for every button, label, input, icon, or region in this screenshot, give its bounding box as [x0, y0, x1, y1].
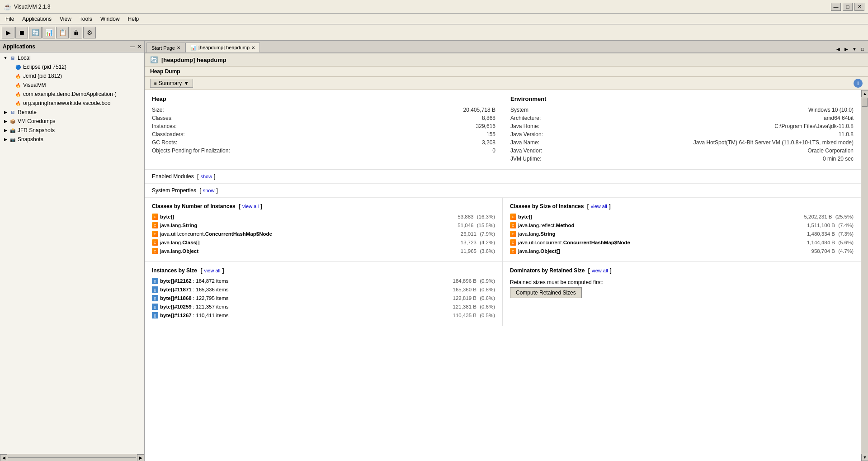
heap-env-section: Heap Size: 20,405,718 B Classes: 8,868 — [145, 90, 861, 170]
inst-row-12162[interactable]: [] byte[]#12162 : 184,872 items 184,896 … — [152, 277, 495, 285]
sidebar-item-remote[interactable]: ▶ 🖥 Remote — [1, 108, 143, 117]
classes-by-size-viewall[interactable]: view all — [591, 204, 607, 209]
size-row-chashmap[interactable]: C java.util.concurrent.ConcurrentHashMap… — [510, 239, 854, 246]
tab-dropdown-btn[interactable]: ▼ — [851, 45, 858, 52]
classes-section: Classes by Number of Instances [ view al… — [145, 198, 861, 261]
class-row-byte[interactable]: C byte[] 53,883 (16.3%) — [152, 213, 495, 220]
tab-heapdump[interactable]: 📊 [heapdump] heapdump ✕ — [185, 43, 260, 52]
class-row-chashmap[interactable]: C java.util.concurrent.ConcurrentHashMap… — [152, 230, 495, 238]
menu-file[interactable]: File — [2, 15, 18, 23]
menu-window[interactable]: Window — [97, 15, 123, 23]
size-icon-method: C — [510, 222, 516, 228]
inst-label-11871: byte[]#11871 : 165,336 items — [160, 287, 229, 292]
sidebar-item-jcmd[interactable]: 🔥 Jcmd (pid 1812) — [1, 71, 143, 81]
size-row-method[interactable]: C java.lang.reflect.Method 1,511,100 B (… — [510, 222, 854, 229]
toolbar-btn-2[interactable]: ⏹ — [15, 27, 28, 38]
scroll-up-btn[interactable]: ▲ — [861, 90, 868, 97]
tab-start-page-close[interactable]: ✕ — [177, 45, 180, 50]
minimize-button[interactable]: — — [831, 3, 841, 11]
size-label-byte: byte[] — [518, 214, 532, 219]
title-bar-left: ☕ VisualVM 2.1.3 — [4, 3, 51, 10]
heap-gcroots-row: GC Roots: 3,208 — [152, 139, 495, 146]
close-button[interactable]: ✕ — [854, 3, 864, 11]
class-row-string[interactable]: C java.lang.String 51,046 (15.5%) — [152, 222, 495, 229]
sidebar-item-spring[interactable]: 🔥 org.springframework.ide.vscode.boo — [1, 99, 143, 108]
dominators-title: Dominators by Retained Size — [510, 267, 585, 274]
scroll-down-btn[interactable]: ▼ — [861, 454, 868, 461]
sidebar-item-snapshots[interactable]: ▶ 📷 Snapshots — [1, 135, 143, 144]
sidebar-close-btn[interactable]: ✕ — [137, 43, 142, 50]
app-title: VisualVM 2.1.3 — [14, 4, 51, 10]
tab-next-btn[interactable]: ▶ — [843, 45, 850, 52]
size-row-objectarray[interactable]: C java.lang.Object[] 958,704 B (4.7%) — [510, 247, 854, 255]
env-javavendor-key: Java Vendor: — [510, 147, 542, 154]
inst-stats-11267: 110,435 B (0.5%) — [453, 313, 495, 318]
heap-classloaders-val: 155 — [486, 131, 495, 138]
enabled-modules-show[interactable]: show — [200, 174, 212, 179]
refresh-icon[interactable]: 🔄 — [150, 56, 158, 63]
inst-row-11868[interactable]: [] byte[]#11868 : 122,795 items 122,819 … — [152, 295, 495, 302]
toolbar-btn-4[interactable]: 📊 — [42, 27, 55, 38]
toolbar-btn-7[interactable]: ⚙ — [83, 27, 96, 38]
bracket-close-4: ] — [610, 267, 612, 274]
size-label-string: java.lang.String — [518, 231, 555, 237]
heap-classloaders-row: Classloaders: 155 — [152, 131, 495, 138]
menu-applications[interactable]: Applications — [19, 15, 55, 23]
sidebar-item-local[interactable]: ▼ 🖥 Local — [1, 53, 143, 62]
toolbar-btn-3[interactable]: 🔄 — [29, 27, 42, 38]
class-row-object[interactable]: C java.lang.Object 11,965 (3.6%) — [152, 247, 495, 255]
inst-row-10259[interactable]: [] byte[]#10259 : 121,357 items 121,381 … — [152, 303, 495, 310]
size-row-string[interactable]: C java.lang.String 1,480,334 B (7.3%) — [510, 230, 854, 238]
env-system-key: System — [510, 107, 528, 113]
instances-by-size-section: Instances by Size [ view all ] [] b — [145, 262, 503, 326]
class-row-classarray[interactable]: C java.lang.Class[] 13,723 (4.2%) — [152, 239, 495, 246]
inst-name-11871: [] byte[]#11871 : 165,336 items — [152, 286, 229, 293]
toolbar-btn-6[interactable]: 🗑 — [70, 27, 82, 38]
tab-start-page[interactable]: Start Page ✕ — [146, 43, 185, 52]
sidebar-header: Applications — ✕ — [0, 41, 144, 52]
dominators-viewall[interactable]: view all — [592, 268, 608, 273]
size-label-chashmap: java.util.concurrent.ConcurrentHashMap$N… — [518, 240, 630, 245]
tab-bar: Start Page ✕ 📊 [heapdump] heapdump ✕ ◀ ▶… — [145, 41, 868, 53]
menu-help[interactable]: Help — [124, 15, 143, 23]
scroll-right-btn[interactable]: ▶ — [137, 454, 144, 461]
menu-view[interactable]: View — [56, 15, 75, 23]
tab-prev-btn[interactable]: ◀ — [835, 45, 842, 52]
instances-by-size-viewall[interactable]: view all — [204, 268, 220, 273]
visualvm-icon: 🔥 — [14, 81, 22, 89]
instances-by-size-title: Instances by Size — [152, 267, 197, 274]
summary-button[interactable]: ≡ Summary ▼ — [150, 79, 193, 88]
sidebar-item-demo[interactable]: 🔥 com.example.demo.DemoApplication ( — [1, 90, 143, 99]
title-bar-controls[interactable]: — □ ✕ — [831, 3, 864, 11]
sidebar-item-coredumps[interactable]: ▶ 📦 VM Coredumps — [1, 117, 143, 126]
inst-icon-11868: [] — [152, 295, 158, 301]
inst-row-11871[interactable]: [] byte[]#11871 : 165,336 items 165,360 … — [152, 286, 495, 293]
sidebar-item-jfr[interactable]: ▶ 📸 JFR Snapshots — [1, 126, 143, 135]
menu-tools[interactable]: Tools — [76, 15, 96, 23]
size-row-byte[interactable]: C byte[] 5,202,231 B (25.5%) — [510, 213, 854, 220]
info-button[interactable]: i — [854, 79, 863, 88]
heap-classloaders-key: Classloaders: — [152, 131, 185, 138]
toolbar-btn-5[interactable]: 📋 — [56, 27, 69, 38]
inst-row-11267[interactable]: [] byte[]#11267 : 110,411 items 110,435 … — [152, 312, 495, 319]
sidebar-scrollbar: ◀ ▶ — [0, 454, 144, 461]
heap-classes-val: 8,868 — [482, 115, 495, 121]
toolbar-btn-1[interactable]: ▶ — [2, 27, 14, 38]
sidebar-item-eclipse[interactable]: 🔵 Eclipse (pid 7512) — [1, 62, 143, 71]
main-scroll-area[interactable]: Heap Size: 20,405,718 B Classes: 8,868 — [145, 90, 861, 461]
sidebar-item-visualvm[interactable]: 🔥 VisualVM — [1, 81, 143, 90]
env-javaversion-val: 11.0.8 — [839, 131, 854, 138]
maximize-button[interactable]: □ — [843, 3, 853, 11]
classes-by-size-header: Classes by Size of Instances [ view all … — [510, 203, 854, 209]
inst-label-12162: byte[]#12162 : 184,872 items — [160, 278, 229, 284]
sidebar-collapse-btn[interactable]: — — [130, 43, 135, 50]
tab-new-btn[interactable]: □ — [859, 45, 866, 52]
env-system-val: Windows 10 (10.0) — [808, 107, 854, 113]
compute-retained-sizes-button[interactable]: Compute Retained Sizes — [510, 287, 582, 298]
class-icon-classarray: C — [152, 239, 158, 246]
system-properties-show[interactable]: show — [203, 188, 215, 193]
tab-heapdump-close[interactable]: ✕ — [251, 45, 255, 50]
env-title: Environment — [510, 95, 854, 102]
scroll-left-btn[interactable]: ◀ — [0, 454, 7, 461]
classes-by-instances-viewall[interactable]: view all — [242, 204, 259, 209]
